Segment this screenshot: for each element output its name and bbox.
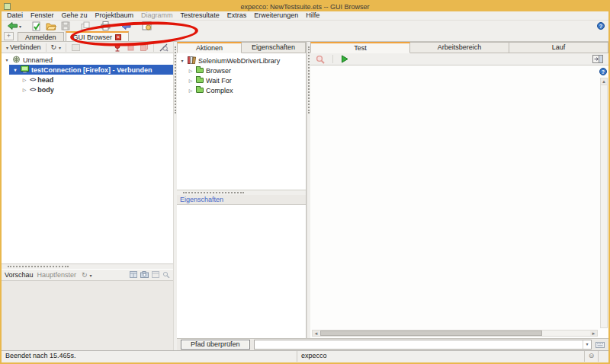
scroll-up-icon[interactable]: ▲ — [601, 78, 607, 85]
back-arrow-icon — [7, 21, 18, 30]
replay-button — [138, 43, 150, 53]
tree-row-body[interactable]: ▷ <> body — [2, 85, 173, 94]
library-icon — [188, 56, 196, 65]
menu-projektbaum[interactable]: Projektbaum — [92, 11, 138, 20]
camera-icon[interactable] — [140, 271, 149, 279]
tree-label: Complex — [206, 87, 233, 94]
tab-test[interactable]: Test — [310, 42, 410, 53]
network-icon — [12, 56, 21, 65]
menu-datei[interactable]: Datei — [3, 11, 27, 20]
test-canvas[interactable]: ? ▲ ◄ ► — [310, 65, 608, 338]
vertical-splitter[interactable] — [173, 42, 177, 350]
tab-aktionen[interactable]: Aktionen — [177, 42, 242, 53]
expander-icon[interactable]: ▾ — [179, 58, 185, 63]
run-button[interactable] — [339, 54, 351, 64]
expander-icon[interactable]: ▷ — [188, 88, 194, 93]
window-snapshot-icon — [72, 44, 80, 51]
path-input[interactable]: ▾ — [254, 340, 592, 350]
tab-lauf[interactable]: Lauf — [509, 42, 608, 53]
scroll-left-icon[interactable]: ◄ — [313, 330, 319, 336]
tree-row-complex[interactable]: ▷ Complex — [177, 85, 306, 95]
expander-icon[interactable]: ▷ — [188, 78, 194, 83]
chevron-down-icon: ▾ — [6, 45, 8, 50]
expander-icon[interactable]: ▾ — [12, 67, 18, 72]
tree-label: Browser — [206, 67, 231, 75]
open-file-button[interactable] — [43, 21, 59, 31]
menu-testresultate[interactable]: Testresultate — [177, 11, 223, 20]
menu-bar: Datei Fenster Gehe zu Projektbaum Diagra… — [2, 11, 608, 21]
status-spare-cell — [599, 351, 608, 362]
status-app-name: expecco — [297, 351, 585, 362]
properties-area — [177, 204, 306, 338]
scrollbar-thumb[interactable] — [320, 330, 542, 336]
record-button[interactable] — [111, 43, 124, 53]
preview-toolbar: Vorschau Hauptfenster ↻ ▾ — [2, 269, 173, 281]
tab-eigenschaften[interactable]: Eigenschaften — [242, 42, 306, 53]
tab-anmelden[interactable]: Anmelden — [18, 32, 64, 41]
menu-extras[interactable]: Extras — [223, 11, 251, 20]
minus-circle-icon: ⊖ — [585, 351, 599, 362]
refresh-button[interactable]: ↻ ▾ — [50, 43, 63, 51]
tab-gui-browser[interactable]: GUI Browser × — [66, 31, 130, 41]
expander-icon[interactable]: ▷ — [21, 77, 27, 82]
app-window: expecco: NewTestsuite.ets -- GUI Browser… — [0, 0, 610, 364]
back-button[interactable]: ▾ — [5, 21, 24, 31]
copy-button — [79, 21, 92, 31]
tree-row-unnamed[interactable]: ▾ Unnamed — [2, 55, 173, 65]
play-icon — [341, 55, 348, 63]
search-magnifier-icon — [316, 55, 325, 64]
help-icon[interactable]: ? — [599, 68, 607, 75]
add-tab-button[interactable]: + — [4, 32, 14, 40]
connect-button[interactable]: ▾ Verbinden — [4, 43, 43, 51]
folder-icon — [196, 68, 204, 73]
tab-label: Anmelden — [25, 34, 56, 41]
scroll-right-icon[interactable]: ► — [590, 330, 597, 336]
vorschau-label[interactable]: Vorschau — [5, 271, 34, 279]
undo-button[interactable] — [119, 21, 133, 31]
close-tab-icon[interactable]: × — [115, 34, 121, 40]
preview-refresh-button[interactable]: ↻ ▾ — [80, 271, 94, 279]
html-element-icon: <> — [30, 86, 35, 93]
pick-element-button[interactable] — [157, 43, 171, 53]
help-icon[interactable]: ? — [597, 22, 605, 30]
input-dropdown-icon[interactable]: ▾ — [583, 340, 591, 349]
tree-row-testconnection[interactable]: ▾ testConnection [Firefox] - Verbunden — [9, 65, 173, 75]
window-refresh-button[interactable] — [140, 21, 154, 31]
title-bar: expecco: NewTestsuite.ets -- GUI Browser — [2, 2, 608, 11]
gui-tree-panel: ▾ Verbinden ↻ ▾ — [2, 42, 173, 350]
menu-erweiterungen[interactable]: Erweiterungen — [250, 11, 302, 20]
tree-row-head[interactable]: ▷ <> head — [2, 75, 173, 85]
menu-gehe-zu[interactable]: Gehe zu — [58, 11, 92, 20]
expander-icon[interactable]: ▾ — [4, 57, 10, 62]
tree-row-library[interactable]: ▾ SeleniumWebDriverLibrary — [177, 56, 306, 65]
tree-row-browser[interactable]: ▷ Browser — [177, 65, 306, 75]
tab-arbeitsbereich[interactable]: Arbeitsbereich — [410, 42, 509, 53]
chevron-down-icon[interactable]: ▾ — [19, 24, 21, 29]
menu-hilfe[interactable]: Hilfe — [302, 11, 323, 20]
tab-label: GUI Browser — [73, 34, 113, 41]
snapshot-button — [69, 43, 82, 53]
expander-icon[interactable]: ▷ — [21, 87, 27, 92]
tree-row-wait-for[interactable]: ▷ Wait For — [177, 75, 306, 85]
hauptfenster-label[interactable]: Hauptfenster — [37, 271, 77, 279]
input-assist-icon[interactable] — [596, 340, 605, 350]
check-path-button[interactable]: Pfad überprüfen — [181, 340, 250, 350]
vertical-scrollbar[interactable]: ▲ — [600, 78, 608, 328]
print-button[interactable] — [98, 21, 113, 31]
test-toolbar — [310, 53, 608, 65]
dom-tree: ▾ Unnamed ▾ testConnection [Firefox] - V… — [2, 53, 173, 264]
refresh-icon: ↻ — [51, 43, 57, 51]
actions-tree: ▾ SeleniumWebDriverLibrary ▷ Browser ▷ — [177, 53, 306, 190]
tree-label: body — [37, 86, 54, 94]
horizontal-scrollbar[interactable]: ◄ ► — [312, 330, 598, 337]
horizontal-splitter[interactable] — [177, 190, 306, 195]
expander-icon[interactable]: ▷ — [188, 68, 194, 73]
horizontal-splitter[interactable] — [2, 264, 173, 269]
window-grid-icon[interactable] — [130, 271, 137, 279]
save-button — [59, 21, 72, 31]
accept-document-button[interactable] — [30, 21, 43, 31]
menu-fenster[interactable]: Fenster — [27, 11, 58, 20]
toggle-sidebar-button[interactable] — [590, 54, 605, 64]
html-element-icon: <> — [30, 76, 35, 83]
record-pin-icon — [114, 43, 121, 52]
